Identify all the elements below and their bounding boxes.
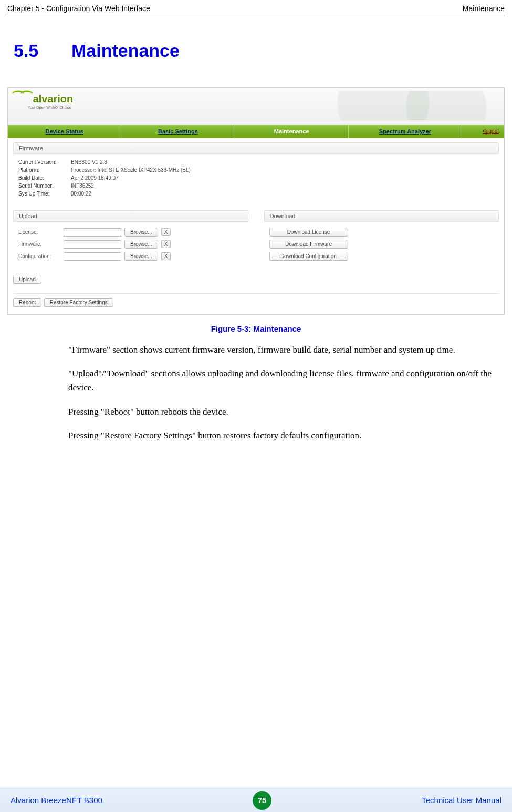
license-file-input[interactable] [64,228,121,237]
footer-product: Alvarion BreezeNET B300 [11,796,102,805]
download-firmware-button[interactable]: Download Firmware [269,240,348,249]
section-heading: 5.5Maintenance [0,15,512,61]
download-license-button[interactable]: Download License [269,228,348,237]
browse-license-button[interactable]: Browse... [124,228,158,237]
brand-logo: ⁀⁀ alvarion [13,91,73,106]
upload-row-license: License: Browse... X [18,226,243,238]
browse-firmware-button[interactable]: Browse... [124,240,158,249]
config-file-input[interactable] [64,252,121,261]
firmware-panel-header: Firmware [13,142,499,154]
reboot-button[interactable]: Reboot [13,298,41,307]
download-panel: Download License Download Firmware Downl… [264,222,499,268]
paragraph: Pressing "Reboot" button reboots the dev… [68,405,499,419]
paragraph: "Upload"/"Download" sections allows uplo… [68,366,499,395]
logo-swoosh-icon: ⁀⁀ [13,91,30,105]
embedded-screenshot: ⁀⁀ alvarion Your Open WiMAX Choice Devic… [7,87,505,315]
upload-panel: License: Browse... X Firmware: Browse...… [13,222,248,268]
upload-row-config: Configuration: Browse... X [18,250,243,262]
page-number: 75 [253,791,271,810]
firmware-panel: Current Version:BNB300 V1.2.8 Platform:P… [13,154,499,203]
logo-tagline: Your Open WiMAX Choice [28,106,71,109]
clear-license-button[interactable]: X [161,228,171,236]
firmware-row: Build Date:Apr 2 2009 18:49:07 [18,174,494,182]
world-map-graphic [336,91,494,120]
header-chapter: Chapter 5 - Configuration Via Web Interf… [7,4,150,13]
nav-maintenance[interactable]: Maintenance [235,125,349,138]
download-panel-header: Download [264,210,499,222]
divider [13,293,499,294]
section-title-text: Maintenance [71,40,180,60]
nav-spectrum-analyzer[interactable]: Spectrum Analyzer [349,125,462,138]
upload-button[interactable]: Upload [13,275,41,284]
firmware-row: Current Version:BNB300 V1.2.8 [18,158,494,166]
upload-panel-header: Upload [13,210,248,222]
paragraph: Pressing "Restore Factory Settings" butt… [68,428,499,443]
logo-text: alvarion [33,93,74,105]
firmware-row: Serial Number:INF36252 [18,182,494,190]
logout-link[interactable]: •logout [462,125,504,138]
nav-bar: Device Status Basic Settings Maintenance… [8,125,504,138]
restore-factory-button[interactable]: Restore Factory Settings [44,298,113,307]
footer-doc-title: Technical User Manual [422,796,501,805]
upload-row-firmware: Firmware: Browse... X [18,238,243,250]
clear-firmware-button[interactable]: X [161,240,171,248]
firmware-file-input[interactable] [64,240,121,249]
firmware-row: Platform:Processor: Intel STE XScale IXP… [18,166,494,174]
firmware-row: Sys Up Time:00:00:22 [18,190,494,198]
body-text: "Firmware" section shows current firmwar… [0,343,512,443]
nav-basic-settings[interactable]: Basic Settings [121,125,235,138]
figure-caption: Figure 5-3: Maintenance [0,324,512,333]
browse-config-button[interactable]: Browse... [124,252,158,261]
page-footer: Alvarion BreezeNET B300 75 Technical Use… [0,788,512,812]
header-section: Maintenance [463,4,505,13]
clear-config-button[interactable]: X [161,252,171,260]
screenshot-header: ⁀⁀ alvarion Your Open WiMAX Choice [8,88,504,125]
section-number: 5.5 [14,40,71,61]
nav-device-status[interactable]: Device Status [8,125,121,138]
paragraph: "Firmware" section shows current firmwar… [68,343,499,357]
download-config-button[interactable]: Download Configuration [269,252,348,261]
